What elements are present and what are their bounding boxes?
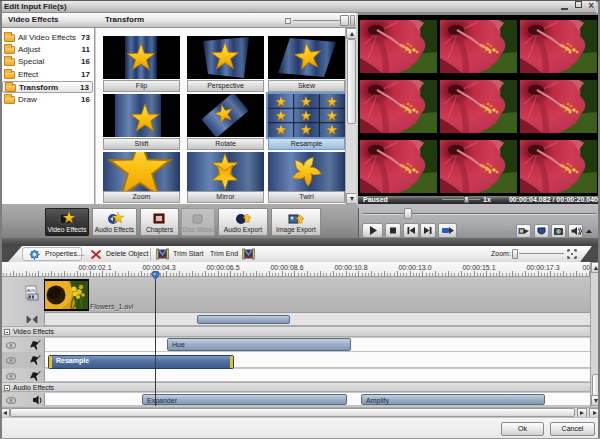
- svg-text:AVS: AVS: [27, 288, 35, 293]
